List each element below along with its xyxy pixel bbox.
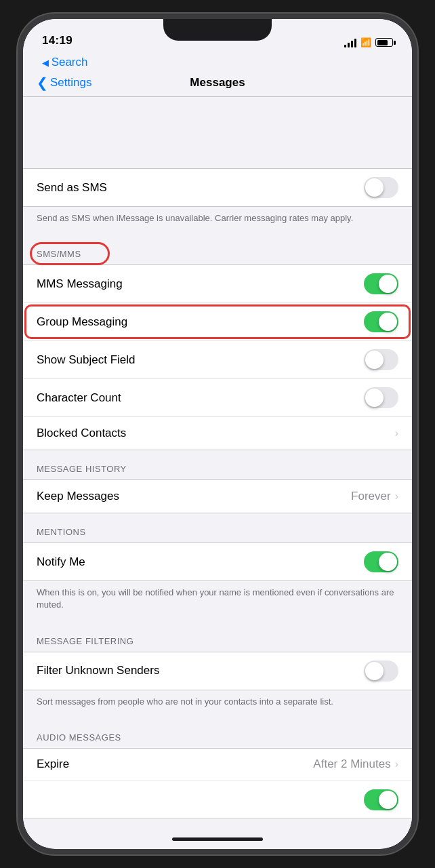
expire-label: Expire bbox=[37, 757, 313, 771]
group-messaging-toggle[interactable] bbox=[364, 311, 398, 332]
sms-mms-group: MMS Messaging Group Messaging bbox=[23, 264, 412, 450]
filter-unknown-senders-row[interactable]: Filter Unknown Senders bbox=[23, 652, 412, 690]
sms-mms-group-wrapper: MMS Messaging Group Messaging bbox=[23, 264, 412, 450]
message-history-group: Keep Messages Forever › bbox=[23, 479, 412, 513]
character-count-row[interactable]: Character Count bbox=[23, 379, 412, 417]
group-messaging-row[interactable]: Group Messaging bbox=[23, 303, 412, 341]
blocked-contacts-label: Blocked Contacts bbox=[37, 427, 395, 440]
notify-me-row[interactable]: Notify Me bbox=[23, 543, 412, 580]
filter-unknown-senders-toggle[interactable] bbox=[364, 660, 398, 682]
message-filtering-header: MESSAGE FILTERING bbox=[23, 623, 412, 652]
scroll-content: Send as SMS Send as SMS when iMessage is… bbox=[23, 168, 412, 849]
keep-messages-chevron: › bbox=[395, 490, 398, 502]
signal-icon bbox=[344, 38, 356, 47]
phone-frame: 14:19 📶 Search bbox=[18, 14, 417, 854]
battery-icon bbox=[375, 38, 393, 47]
blocked-contacts-row[interactable]: Blocked Contacts › bbox=[23, 417, 412, 450]
keep-messages-value: Forever bbox=[351, 490, 391, 503]
sms-mms-header: SMS/MMS bbox=[23, 235, 412, 264]
sms-mms-section: SMS/MMS bbox=[23, 235, 412, 264]
mms-messaging-toggle[interactable] bbox=[364, 273, 398, 294]
partial-row[interactable] bbox=[23, 781, 412, 818]
phone-screen: 14:19 📶 Search bbox=[23, 19, 412, 849]
status-time: 14:19 bbox=[42, 34, 72, 47]
notch bbox=[163, 19, 272, 41]
search-back-row: Search bbox=[23, 53, 412, 73]
home-indicator bbox=[172, 837, 263, 841]
nav-back-label: Settings bbox=[50, 76, 91, 90]
nav-chevron-icon: ❮ bbox=[37, 76, 48, 90]
send-as-sms-row[interactable]: Send as SMS bbox=[23, 169, 412, 206]
message-filtering-group: Filter Unknown Senders bbox=[23, 652, 412, 690]
search-back-link[interactable]: Search bbox=[42, 56, 88, 68]
character-count-toggle[interactable] bbox=[364, 387, 398, 408]
mentions-group: Notify Me bbox=[23, 542, 412, 581]
show-subject-field-label: Show Subject Field bbox=[37, 353, 364, 367]
mms-messaging-row[interactable]: MMS Messaging bbox=[23, 265, 412, 303]
group-messaging-label: Group Messaging bbox=[37, 315, 364, 329]
status-icons: 📶 bbox=[344, 37, 393, 47]
status-bar: 14:19 📶 bbox=[23, 19, 412, 53]
blocked-contacts-chevron: › bbox=[395, 427, 398, 439]
character-count-label: Character Count bbox=[37, 391, 364, 405]
send-as-sms-helper: Send as SMS when iMessage is unavailable… bbox=[23, 207, 412, 235]
expire-chevron: › bbox=[395, 758, 398, 770]
message-history-header: MESSAGE HISTORY bbox=[23, 450, 412, 479]
nav-back-button[interactable]: ❮ Settings bbox=[37, 76, 91, 90]
partial-toggle[interactable] bbox=[364, 789, 398, 810]
keep-messages-label: Keep Messages bbox=[37, 490, 351, 503]
mms-messaging-label: MMS Messaging bbox=[37, 277, 364, 291]
expire-value: After 2 Minutes bbox=[313, 757, 390, 771]
mentions-header: MENTIONS bbox=[23, 513, 412, 542]
send-as-sms-toggle[interactable] bbox=[364, 177, 398, 198]
filter-unknown-senders-label: Filter Unknown Senders bbox=[37, 664, 364, 677]
expire-row[interactable]: Expire After 2 Minutes › bbox=[23, 749, 412, 781]
wifi-icon: 📶 bbox=[360, 37, 371, 47]
page-title: Messages bbox=[190, 76, 245, 90]
audio-messages-header: AUDIO MESSAGES bbox=[23, 719, 412, 748]
send-as-sms-group: Send as SMS bbox=[23, 168, 412, 207]
audio-messages-group: Expire After 2 Minutes › bbox=[23, 748, 412, 819]
nav-bar: ❮ Settings Messages bbox=[23, 73, 412, 97]
show-subject-field-row[interactable]: Show Subject Field bbox=[23, 341, 412, 379]
keep-messages-row[interactable]: Keep Messages Forever › bbox=[23, 480, 412, 513]
filter-helper: Sort messages from people who are not in… bbox=[23, 690, 412, 719]
notify-me-toggle[interactable] bbox=[364, 551, 398, 572]
notify-me-label: Notify Me bbox=[37, 555, 364, 569]
notify-me-helper: When this is on, you will be notified wh… bbox=[23, 581, 412, 622]
show-subject-field-toggle[interactable] bbox=[364, 349, 398, 370]
send-as-sms-label: Send as SMS bbox=[37, 181, 364, 195]
